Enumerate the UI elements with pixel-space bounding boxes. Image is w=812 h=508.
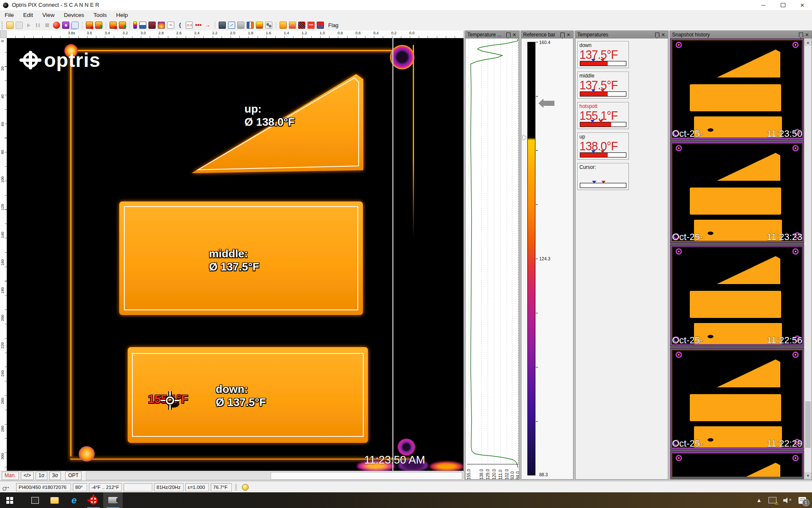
internet-explorer-button[interactable]: e [64, 492, 84, 508]
playback-settings-icon[interactable] [119, 22, 126, 29]
menu-devices[interactable]: Devices [59, 10, 89, 20]
scrollbar-thumb[interactable] [805, 401, 811, 448]
video-settings-icon[interactable] [148, 22, 156, 29]
snapshot-thumbnail[interactable]: Oct-25- 11:22:56 [670, 245, 804, 346]
close-button[interactable]: ✕ [793, 0, 812, 10]
counter-icon[interactable] [307, 22, 315, 29]
isotherm-icon[interactable] [195, 22, 202, 29]
network-warning-icon[interactable] [768, 497, 776, 503]
image-browser-icon[interactable] [86, 22, 93, 29]
reference-bar-icon[interactable] [256, 22, 263, 29]
close-icon[interactable]: ✕ [804, 32, 810, 38]
ruler-corner [0, 30, 7, 38]
pin-icon[interactable] [560, 32, 565, 38]
open-file-icon[interactable] [6, 22, 14, 29]
compare-bars-icon[interactable] [247, 22, 254, 29]
pin-icon[interactable] [798, 32, 804, 38]
notification-badge: 1 [802, 499, 809, 506]
toolbar-separator [106, 22, 106, 29]
minimize-button[interactable] [754, 0, 773, 10]
snapshot-scrollbar[interactable]: ▲ ▼ [804, 39, 812, 479]
profile-panel-header[interactable]: Temperature ... ✕ [466, 31, 519, 39]
left-ruler-label: 80 [0, 146, 5, 158]
hatching-overlay-icon[interactable] [298, 22, 305, 29]
image-export-icon[interactable] [95, 22, 102, 29]
three-sigma-button[interactable]: 3σ [49, 472, 61, 480]
pause-icon[interactable] [34, 22, 41, 29]
scroll-up-icon[interactable]: ▲ [804, 39, 812, 46]
temperature-range-icon[interactable] [204, 22, 211, 29]
gradient-view-icon[interactable] [280, 22, 287, 29]
lightbulb-icon[interactable] [242, 484, 249, 491]
snapshot-thumbnail[interactable] [670, 452, 804, 477]
configuration-gears-icon[interactable] [265, 22, 272, 29]
save-icon[interactable] [16, 22, 23, 29]
copy-icon[interactable] [71, 22, 79, 29]
record-icon[interactable] [53, 22, 60, 29]
profile-axis-line [467, 464, 518, 464]
horizontal-scrollbar-thumb[interactable] [271, 472, 462, 480]
close-icon[interactable]: ✕ [511, 32, 517, 38]
color-palette-icon[interactable] [133, 22, 137, 29]
snapshot-camera-icon[interactable] [62, 22, 69, 29]
snapshot-thumbnail[interactable]: Oct-25- 11:23:23 [670, 142, 804, 243]
menu-tools[interactable]: Tools [89, 10, 112, 20]
range-mode-button[interactable]: </> [21, 472, 34, 480]
action-center-icon[interactable]: 1 [798, 497, 806, 504]
snapshot-thumbnail[interactable]: Oct-25- 11:22:29 [670, 348, 804, 449]
menu-file[interactable]: File [0, 10, 19, 20]
save-radiometric-icon[interactable] [289, 22, 296, 29]
task-view-button[interactable] [25, 492, 45, 508]
pin-icon[interactable] [505, 32, 511, 38]
profile-axis-label: 111.0 [498, 465, 503, 479]
opt-button[interactable]: OPT [65, 472, 82, 480]
svg-text:11:23:23: 11:23:23 [767, 232, 802, 242]
close-icon[interactable]: ✕ [565, 32, 571, 38]
histogram-icon[interactable] [139, 22, 146, 29]
snapshot-panel-header[interactable]: Snapshot history ✕ [670, 31, 812, 39]
maximize-button[interactable] [773, 0, 793, 10]
display-values-icon[interactable] [186, 22, 193, 29]
grayscale-image-icon[interactable] [237, 22, 244, 29]
reference-bar-panel: Reference bar ✕ 160.4 124.3 88.3 [521, 30, 573, 480]
hotspot-search-icon[interactable] [158, 22, 165, 29]
menu-view[interactable]: View [38, 10, 59, 20]
horizontal-scrollbar[interactable] [86, 472, 463, 480]
hidden-icons-chevron-icon[interactable]: ▲ [756, 497, 762, 503]
file-explorer-button[interactable] [45, 492, 64, 508]
optris-app-button[interactable] [84, 492, 103, 508]
menu-edit[interactable]: Edit [19, 10, 38, 20]
camera-app-button[interactable] [103, 492, 123, 508]
temp-bar [580, 152, 626, 157]
scale-slider-marker[interactable] [523, 135, 527, 140]
temperature-profile-icon[interactable] [167, 22, 174, 29]
measure-areas-icon[interactable] [176, 22, 184, 29]
play-icon[interactable] [25, 22, 32, 29]
pin-icon[interactable] [654, 32, 660, 38]
alarm-icon[interactable] [219, 22, 226, 29]
close-icon[interactable]: ✕ [660, 32, 666, 38]
top-ruler-label: 1.4 [280, 31, 293, 35]
menu-help[interactable]: Help [112, 10, 133, 20]
manual-mode-button[interactable]: Man. [2, 472, 19, 480]
save-layout-icon[interactable] [317, 22, 324, 29]
left-ruler-label: 40 [0, 90, 5, 103]
thermal-image-view[interactable]: optris up:Ø 138.0°F middle:Ø 137.5°F dow… [7, 38, 464, 471]
emissivity-field: ε=1.000 [185, 483, 209, 491]
cursor-vertical-line[interactable] [392, 38, 393, 471]
temperatures-panel-header[interactable]: Temperatures ✕ [576, 31, 668, 39]
toolbar-drag-handle[interactable] [2, 22, 5, 29]
stop-icon[interactable] [44, 22, 51, 29]
refbar-panel-header[interactable]: Reference bar ✕ [521, 31, 573, 39]
volume-muted-icon[interactable] [783, 497, 792, 503]
color-scale-bar[interactable] [527, 42, 535, 475]
start-button[interactable] [0, 492, 19, 508]
flag-button[interactable]: Flag [328, 22, 338, 28]
scroll-down-icon[interactable]: ▼ [804, 472, 812, 479]
record-settings-icon[interactable] [110, 22, 117, 29]
one-sigma-button[interactable]: 1σ [36, 472, 47, 480]
zoom-window-icon[interactable] [228, 22, 235, 29]
toolbar-separator [276, 22, 276, 29]
area-label-middle: middle:Ø 137.5°F [209, 247, 259, 273]
snapshot-thumbnail[interactable]: Oct-25- 11:23:50 [670, 39, 804, 139]
